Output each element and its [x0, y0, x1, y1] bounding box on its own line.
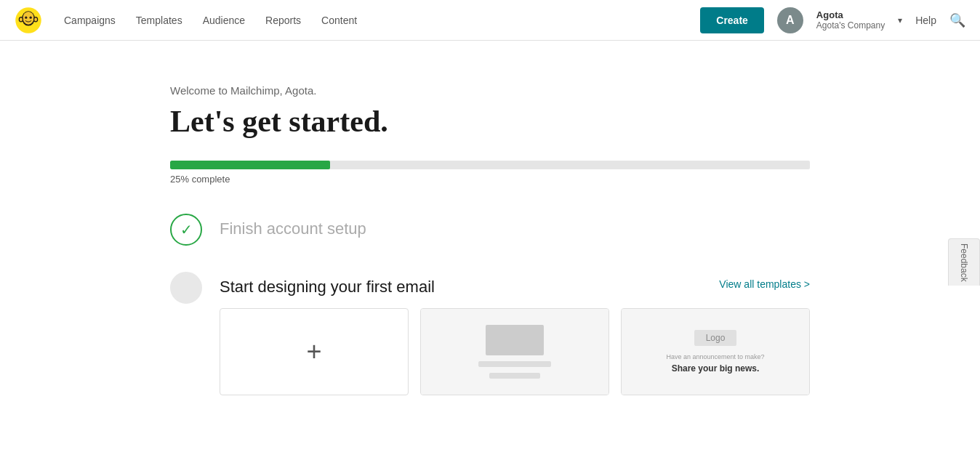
steps-section: ✓ Finish account setup Start designing y… — [170, 214, 810, 395]
nav-item-campaigns[interactable]: Campaigns — [64, 15, 116, 26]
svg-point-7 — [20, 17, 23, 21]
template-layout-preview — [421, 309, 609, 395]
check-icon: ✓ — [180, 221, 193, 238]
svg-point-2 — [23, 11, 33, 24]
nav-links: Campaigns Templates Audience Reports Con… — [64, 14, 700, 27]
template-card-announcement[interactable]: Logo Have an announcement to make? Share… — [621, 308, 810, 395]
user-info[interactable]: Agota Agota's Company — [816, 9, 885, 31]
step-account-setup: ✓ Finish account setup — [170, 214, 810, 246]
search-icon[interactable]: 🔍 — [949, 12, 965, 28]
template-announce-title: Share your big news. — [672, 363, 760, 374]
step-title-first-email: Start designing your first email — [220, 272, 435, 297]
templates-header: Start designing your first email View al… — [220, 272, 810, 297]
step-circle-first-email — [170, 272, 202, 304]
template-layout-image-rect — [486, 325, 544, 355]
user-company: Agota's Company — [816, 20, 885, 31]
step-circle-account-setup: ✓ — [170, 214, 202, 246]
svg-point-8 — [34, 17, 37, 21]
help-link[interactable]: Help — [915, 15, 936, 26]
main-content: Welcome to Mailchimp, Agota. Let's get s… — [54, 41, 926, 451]
avatar[interactable]: A — [777, 7, 803, 33]
feedback-tab[interactable]: Feedback — [948, 238, 980, 286]
nav-right: Create A Agota Agota's Company ▾ Help 🔍 — [700, 7, 965, 33]
welcome-heading: Let's get started. — [170, 104, 810, 139]
welcome-sub: Welcome to Mailchimp, Agota. — [170, 84, 810, 97]
nav-item-templates[interactable]: Templates — [136, 15, 182, 26]
template-layout-line-2 — [489, 373, 540, 379]
feedback-label: Feedback — [959, 243, 969, 282]
template-card-layout[interactable] — [420, 308, 609, 395]
create-button[interactable]: Create — [700, 7, 764, 33]
template-card-blank[interactable]: + — [220, 308, 409, 395]
navbar: Campaigns Templates Audience Reports Con… — [0, 0, 980, 41]
svg-point-3 — [25, 16, 27, 18]
view-all-templates-link[interactable]: View all templates > — [719, 278, 810, 290]
progress-bar-fill — [170, 161, 330, 169]
svg-point-4 — [30, 16, 32, 18]
progress-bar-background — [170, 161, 810, 169]
template-logo-box: Logo — [694, 330, 737, 346]
nav-item-reports[interactable]: Reports — [265, 15, 301, 26]
step-title-account-setup: Finish account setup — [220, 214, 366, 238]
logo[interactable] — [15, 7, 42, 34]
template-announce-sub: Have an announcement to make? — [666, 353, 764, 360]
progress-container: 25% complete — [170, 161, 810, 185]
step-first-email: Start designing your first email View al… — [170, 272, 810, 395]
nav-item-content[interactable]: Content — [321, 15, 357, 26]
progress-label: 25% complete — [170, 174, 810, 185]
template-announcement-preview: Logo Have an announcement to make? Share… — [622, 309, 809, 395]
user-dropdown-chevron[interactable]: ▾ — [898, 15, 902, 25]
nav-item-audience[interactable]: Audience — [203, 15, 245, 26]
user-name: Agota — [816, 9, 885, 20]
templates-grid: + Logo Have an annou — [220, 308, 810, 395]
template-layout-line-1 — [478, 361, 551, 367]
template-plus-icon: + — [306, 339, 321, 365]
